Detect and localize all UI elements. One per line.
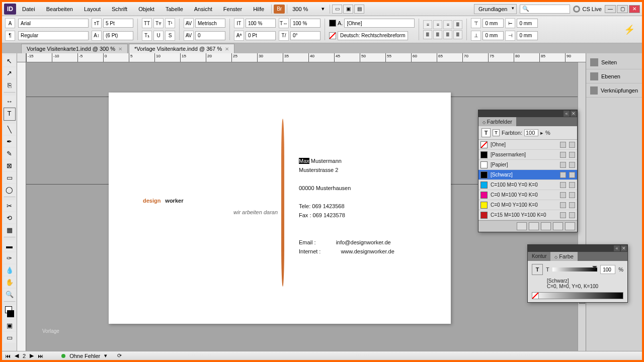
panel-pages[interactable]: Seiten: [586, 55, 642, 69]
maximize-button[interactable]: ▢: [617, 5, 628, 13]
note-tool-icon[interactable]: ✑: [4, 252, 16, 263]
allcaps-icon[interactable]: TT: [142, 18, 152, 28]
gradient-swatch-tool-icon[interactable]: ▦: [4, 224, 16, 237]
free-transform-tool-icon[interactable]: ⟲: [4, 212, 16, 223]
arrange-icon[interactable]: ▤: [354, 5, 364, 14]
zoom-level[interactable]: 300 %: [292, 6, 319, 12]
direct-selection-tool-icon[interactable]: ↗: [4, 67, 16, 78]
gradient-tool-icon[interactable]: ▬: [4, 240, 16, 251]
strikethrough-icon[interactable]: S: [165, 31, 175, 41]
tab-doc-2[interactable]: *Vorlage Visitenkarte.indd @ 367 %✕: [129, 44, 234, 53]
quick-apply-icon[interactable]: ⚡: [624, 24, 639, 35]
panel-links[interactable]: Verknüpfungen: [586, 83, 642, 98]
font-size-input[interactable]: [103, 19, 133, 28]
menu-type[interactable]: Schrift: [107, 4, 132, 14]
fill-proxy-icon[interactable]: T: [481, 128, 491, 137]
fill-stroke-icon[interactable]: [4, 305, 16, 319]
align-center-icon[interactable]: ≡: [433, 20, 442, 29]
close-tab-icon[interactable]: ✕: [118, 46, 122, 52]
view-options-icon[interactable]: ▭: [332, 5, 342, 14]
swatch-options-icon[interactable]: [517, 222, 527, 230]
color-tab[interactable]: ◇ Farbe: [550, 252, 578, 261]
inset-right-input[interactable]: [517, 31, 538, 40]
type-tool-icon[interactable]: T: [4, 108, 16, 121]
collapse-panel-icon[interactable]: «: [564, 111, 570, 117]
inset-bottom-input[interactable]: [482, 31, 504, 40]
document-page[interactable]: [109, 93, 451, 324]
swatches-panel[interactable]: «✕ ◇ Farbfelder T T Farbton: 100 ▸ % [Oh…: [478, 110, 578, 232]
tint-slider[interactable]: [552, 267, 597, 272]
cs-live-button[interactable]: CS Live: [573, 6, 602, 13]
ruler-origin[interactable]: [17, 53, 26, 62]
text-frame[interactable]: Max Mustermann Musterstrasse 2 00000 Mus…: [299, 156, 394, 256]
rect-frame-tool-icon[interactable]: ⊠: [4, 160, 16, 171]
justify-left-icon[interactable]: ≣: [423, 30, 432, 39]
inset-top-input[interactable]: [482, 19, 504, 28]
fill-icon[interactable]: [329, 20, 336, 27]
swatch-row[interactable]: C=0 M=0 Y=100 K=0: [478, 200, 577, 210]
minimize-button[interactable]: —: [605, 5, 616, 13]
pen-tool-icon[interactable]: ✒: [4, 136, 16, 147]
screen-mode-icon[interactable]: ▣: [343, 5, 353, 14]
menu-edit[interactable]: Bearbeiten: [41, 4, 78, 14]
superscript-icon[interactable]: T¹: [165, 18, 175, 28]
menu-table[interactable]: Tabelle: [160, 4, 188, 14]
menu-layout[interactable]: Layout: [79, 4, 106, 14]
swatch-row[interactable]: [Schwarz]: [478, 170, 577, 180]
vertical-scrollbar[interactable]: [578, 62, 586, 351]
hand-tool-icon[interactable]: ✋: [4, 277, 16, 288]
swatch-row[interactable]: C=100 M=0 Y=0 K=0: [478, 180, 577, 190]
tracking-input[interactable]: [195, 31, 225, 40]
panel-layers[interactable]: Ebenen: [586, 69, 642, 83]
gap-tool-icon[interactable]: ↔: [4, 96, 16, 107]
swatch-row[interactable]: [Ohne]: [478, 140, 577, 150]
close-panel-icon[interactable]: ✕: [571, 111, 577, 117]
next-page-icon[interactable]: ▶: [30, 352, 34, 359]
format-container-icon[interactable]: ▣: [4, 320, 16, 331]
menu-view[interactable]: Ansicht: [189, 4, 217, 14]
delete-swatch-icon[interactable]: [565, 222, 575, 230]
scissors-tool-icon[interactable]: ✂: [4, 200, 16, 211]
color-spectrum[interactable]: [532, 292, 623, 299]
menu-object[interactable]: Objekt: [133, 4, 159, 14]
eyedropper-tool-icon[interactable]: 💧: [4, 264, 16, 276]
vertical-ruler[interactable]: [17, 62, 26, 351]
format-text-icon[interactable]: T: [493, 129, 500, 136]
swatch-row[interactable]: [Passermarken]: [478, 150, 577, 160]
subscript-icon[interactable]: T₁: [142, 31, 152, 41]
char-style-input[interactable]: [344, 19, 415, 28]
last-page-icon[interactable]: ⏭: [38, 353, 43, 359]
menu-window[interactable]: Fenster: [218, 4, 247, 14]
zoom-tool-icon[interactable]: 🔍: [4, 289, 16, 302]
new-swatch-folder-icon[interactable]: [529, 222, 539, 230]
font-family-input[interactable]: [18, 19, 89, 28]
justify-all-icon[interactable]: ≣: [453, 30, 462, 39]
pencil-tool-icon[interactable]: ✎: [4, 148, 16, 159]
workspace-switcher[interactable]: Grundlagen: [474, 4, 517, 14]
prev-page-icon[interactable]: ◀: [15, 352, 19, 359]
first-page-icon[interactable]: ⏮: [5, 353, 11, 359]
language-input[interactable]: [338, 31, 408, 40]
justify-icon[interactable]: ≣: [453, 20, 462, 29]
skew-input[interactable]: [290, 31, 320, 40]
underline-icon[interactable]: U: [153, 31, 164, 41]
bridge-button[interactable]: Br: [274, 5, 285, 14]
canvas[interactable]: -15-10-505101520253035404550556065707580…: [17, 53, 642, 351]
align-right-icon[interactable]: ≡: [443, 20, 452, 29]
new-swatch-icon[interactable]: [541, 222, 551, 230]
tab-doc-1[interactable]: Vorlage Visitenkarte1.indd @ 300 %✕: [21, 44, 128, 53]
ellipse-tool-icon[interactable]: ◯: [4, 184, 16, 197]
swatch-row[interactable]: C=0 M=100 Y=0 K=0: [478, 190, 577, 200]
collapse-panel-icon[interactable]: «: [614, 245, 620, 251]
para-format-icon[interactable]: ¶: [5, 31, 15, 41]
align-left-icon[interactable]: ≡: [423, 20, 432, 29]
swatch-row[interactable]: [Papier]: [478, 160, 577, 170]
swatch-row[interactable]: C=15 M=100 Y=100 K=0: [478, 210, 577, 220]
tint-value-input[interactable]: [600, 265, 615, 274]
chevron-down-icon[interactable]: ▾: [321, 6, 325, 12]
new-swatch-2-icon[interactable]: [553, 222, 563, 230]
smallcaps-icon[interactable]: Tᴛ: [153, 18, 164, 28]
close-button[interactable]: ✕: [629, 5, 640, 13]
rect-tool-icon[interactable]: ▭: [4, 172, 16, 183]
inset-left-input[interactable]: [517, 19, 538, 28]
